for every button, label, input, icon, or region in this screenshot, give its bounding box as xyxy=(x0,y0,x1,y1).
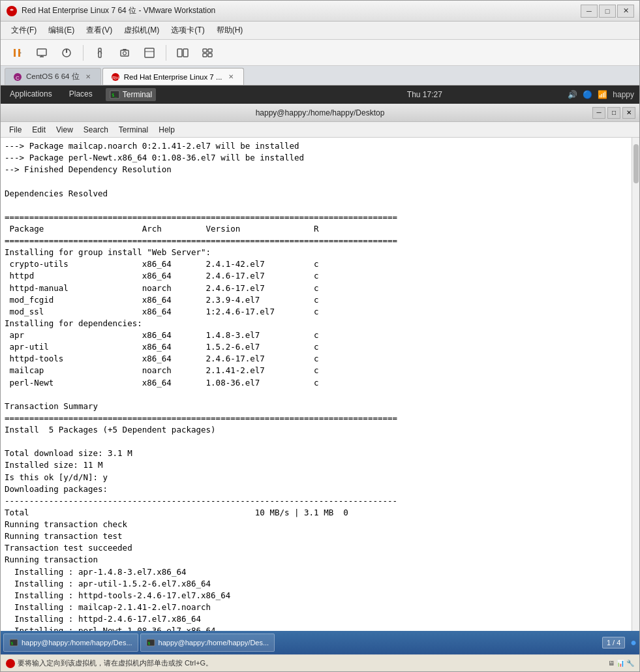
terminal-menu-file[interactable]: File xyxy=(5,124,26,136)
tab-rhel-label: Red Hat Enterprise Linux 7 ... xyxy=(124,73,222,81)
taskbar-item-2[interactable]: $ happy@happy:/home/happy/Des... xyxy=(140,634,275,652)
display-settings-button[interactable] xyxy=(172,43,194,63)
volume-icon[interactable]: 🔊 xyxy=(568,90,577,99)
status-text: 要将输入定向到该虚拟机，请在虚拟机内部单击或按 Ctrl+G。 xyxy=(18,658,213,668)
svg-rect-2 xyxy=(18,49,20,57)
svg-rect-20 xyxy=(208,49,212,52)
taskbar-item-1[interactable]: $ happy@happy:/home/happy/Des... xyxy=(3,634,138,652)
vm-display: Applications Places $_ Terminal Thu 17:2… xyxy=(1,85,639,654)
menu-file[interactable]: 文件(F) xyxy=(6,23,42,38)
vmware-menubar: 文件(F) 编辑(E) 查看(V) 虚拟机(M) 选项卡(T) 帮助(H) xyxy=(1,22,639,40)
status-bar: 要将输入定向到该虚拟机，请在虚拟机内部单击或按 Ctrl+G。 🖥 📊 🔧 xyxy=(1,654,639,671)
network-icon[interactable]: 📶 xyxy=(598,90,607,99)
minimize-button[interactable]: ─ xyxy=(581,5,598,18)
gnome-user[interactable]: happy xyxy=(613,90,634,99)
svg-rect-22 xyxy=(208,53,212,57)
terminal-close-button[interactable]: ✕ xyxy=(622,107,635,119)
monitor-button[interactable] xyxy=(31,43,53,63)
tab-centos-label: CentOS 6 64 位 xyxy=(26,72,80,82)
gnome-terminal-btn[interactable]: $_ Terminal xyxy=(106,88,156,101)
snapshot-button[interactable] xyxy=(114,43,136,63)
terminal-menu-search[interactable]: Search xyxy=(79,124,113,136)
menu-tabs[interactable]: 选项卡(T) xyxy=(166,23,209,38)
taskbar-circle-icon: ● xyxy=(630,637,637,649)
terminal-icon: $_ xyxy=(110,89,120,100)
gnome-clock: Thu 17:27 xyxy=(407,90,442,99)
menu-view[interactable]: 查看(V) xyxy=(81,23,117,38)
gnome-places[interactable]: Places xyxy=(65,88,97,101)
gnome-right-area: 🔊 🔵 📶 happy xyxy=(568,90,634,99)
fullscreen-button[interactable] xyxy=(138,43,160,63)
terminal-title: happy@happy:/home/happy/Desktop xyxy=(256,108,385,117)
close-button[interactable]: ✕ xyxy=(617,5,634,18)
scrollbar-thumb[interactable] xyxy=(633,144,639,183)
svg-marker-3 xyxy=(20,52,22,53)
toolbar-separator-2 xyxy=(166,45,166,61)
svg-rect-17 xyxy=(177,49,182,57)
maximize-button[interactable]: □ xyxy=(599,5,616,18)
bluetooth-icon[interactable]: 🔵 xyxy=(583,90,592,99)
terminal-window-buttons: ─ □ ✕ xyxy=(592,107,635,119)
svg-text:C: C xyxy=(16,75,20,81)
settings-button[interactable] xyxy=(196,43,219,63)
toolbar-separator-1 xyxy=(83,45,84,61)
tab-centos[interactable]: C CentOS 6 64 位 ✕ xyxy=(5,68,101,85)
svg-text:RH: RH xyxy=(112,76,119,80)
terminal-body: ---> Package mailcap.noarch 0:2.1.41-2.e… xyxy=(1,138,639,631)
terminal-menu-terminal[interactable]: Terminal xyxy=(114,124,153,136)
svg-rect-14 xyxy=(123,49,127,50)
tab-centos-close[interactable]: ✕ xyxy=(84,72,93,82)
terminal-menu-edit[interactable]: Edit xyxy=(27,124,50,136)
terminal-minimize-button[interactable]: ─ xyxy=(592,107,605,119)
taskbar-label-1: happy@happy:/home/happy/Des... xyxy=(22,639,132,647)
pause-button[interactable] xyxy=(6,43,28,63)
terminal-output: ---> Package mailcap.noarch 0:2.1.41-2.e… xyxy=(5,140,628,631)
terminal-scrollbar[interactable] xyxy=(632,138,639,631)
svg-text:$: $ xyxy=(147,641,150,645)
svg-point-0 xyxy=(7,6,17,16)
terminal-menu-help[interactable]: Help xyxy=(154,124,179,136)
svg-rect-19 xyxy=(203,49,207,52)
terminal-content[interactable]: ---> Package mailcap.noarch 0:2.1.41-2.e… xyxy=(1,138,632,631)
usb-button[interactable] xyxy=(89,43,111,63)
taskbar: $ happy@happy:/home/happy/Des... $ happy… xyxy=(1,631,639,654)
svg-rect-12 xyxy=(121,50,129,56)
centos-icon: C xyxy=(13,72,22,82)
taskbar-icon-1: $ xyxy=(9,638,18,647)
gnome-applications[interactable]: Applications xyxy=(6,88,56,101)
menu-vm[interactable]: 虚拟机(M) xyxy=(119,23,164,38)
svg-rect-15 xyxy=(145,48,154,57)
redhat-icon xyxy=(6,5,18,17)
svg-rect-9 xyxy=(99,48,101,57)
taskbar-label-2: happy@happy:/home/happy/Des... xyxy=(159,639,269,647)
menu-edit[interactable]: 编辑(E) xyxy=(43,23,80,38)
terminal-titlebar: happy@happy:/home/happy/Desktop ─ □ ✕ xyxy=(1,104,639,122)
terminal-menubar: File Edit View Search Terminal Help xyxy=(1,122,639,138)
svg-rect-18 xyxy=(183,49,188,57)
svg-text:$_: $_ xyxy=(112,93,117,98)
tab-rhel-close[interactable]: ✕ xyxy=(226,72,236,82)
svg-rect-21 xyxy=(203,53,207,57)
vmware-toolbar xyxy=(1,40,639,66)
svg-rect-1 xyxy=(14,49,16,57)
window-title: Red Hat Enterprise Linux 7 64 位 - VMware… xyxy=(22,5,581,16)
window-controls: ─ □ ✕ xyxy=(581,5,634,18)
vmware-window: Red Hat Enterprise Linux 7 64 位 - VMware… xyxy=(0,0,640,672)
menu-help[interactable]: 帮助(H) xyxy=(211,23,249,38)
taskbar-icon-2: $ xyxy=(146,638,155,647)
svg-point-13 xyxy=(123,52,127,55)
rhel-tab-icon: RH xyxy=(111,72,120,82)
tabs-bar: C CentOS 6 64 位 ✕ RH Red Hat Enterprise … xyxy=(1,66,639,85)
gnome-panel: Applications Places $_ Terminal Thu 17:2… xyxy=(1,85,639,104)
taskbar-right: 1 / 4 ● xyxy=(602,637,637,649)
tab-rhel[interactable]: RH Red Hat Enterprise Linux 7 ... ✕ xyxy=(102,68,244,85)
svg-rect-4 xyxy=(37,49,46,55)
terminal-maximize-button[interactable]: □ xyxy=(607,107,620,119)
terminal-menu-view[interactable]: View xyxy=(52,124,78,136)
title-bar: Red Hat Enterprise Linux 7 64 位 - VMware… xyxy=(1,1,639,22)
svg-text:$: $ xyxy=(11,641,14,645)
power-button[interactable] xyxy=(55,43,78,63)
sys-tray-area: 🖥 📊 🔧 xyxy=(608,660,634,667)
gnome-apps-area: Applications Places $_ Terminal xyxy=(6,88,156,101)
redhat-status-icon xyxy=(6,659,15,668)
